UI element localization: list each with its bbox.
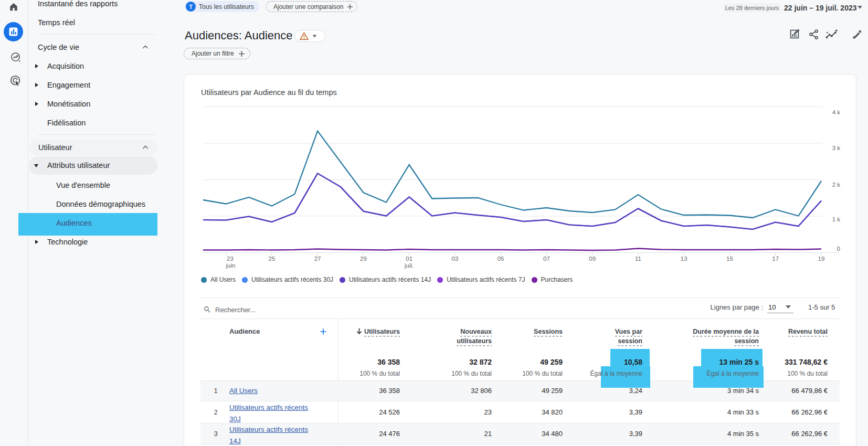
svg-text:07: 07 bbox=[543, 256, 550, 262]
svg-text:09: 09 bbox=[589, 256, 596, 262]
svg-text:juil.: juil. bbox=[404, 262, 414, 269]
svg-text:23: 23 bbox=[227, 256, 234, 262]
svg-text:13: 13 bbox=[681, 256, 687, 262]
svg-text:15: 15 bbox=[726, 256, 733, 262]
svg-text:25: 25 bbox=[269, 256, 276, 262]
svg-text:4 k: 4 k bbox=[832, 109, 841, 115]
svg-text:0: 0 bbox=[837, 246, 840, 252]
svg-text:3 k: 3 k bbox=[832, 145, 841, 151]
svg-text:17: 17 bbox=[772, 256, 779, 262]
svg-text:19: 19 bbox=[818, 256, 825, 262]
svg-text:T: T bbox=[189, 4, 193, 10]
svg-text:2 k: 2 k bbox=[832, 182, 841, 188]
svg-text:01: 01 bbox=[406, 256, 412, 262]
svg-text:27: 27 bbox=[314, 256, 321, 262]
svg-text:05: 05 bbox=[497, 256, 504, 262]
svg-text:11: 11 bbox=[635, 256, 641, 262]
svg-text:29: 29 bbox=[360, 256, 367, 262]
svg-text:1 k: 1 k bbox=[832, 216, 841, 222]
svg-text:juin: juin bbox=[226, 262, 236, 269]
svg-text:03: 03 bbox=[452, 256, 459, 262]
